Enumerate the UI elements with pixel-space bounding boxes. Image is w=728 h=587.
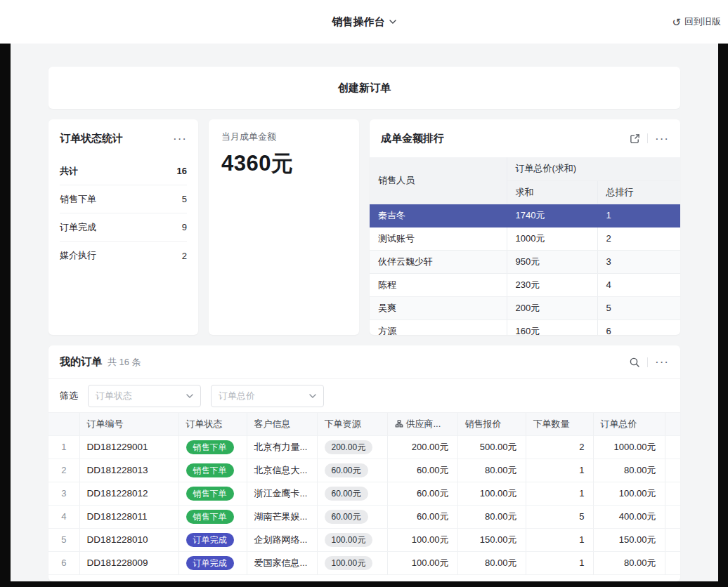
ranking-row[interactable]: 吴爽 200元 5 — [370, 296, 680, 319]
status-badge: 订单完成 — [186, 533, 234, 547]
table-row[interactable]: 1 DD181229001 销售下单 北京有力量... 200.00元 200.… — [48, 435, 680, 459]
divider — [647, 357, 648, 367]
rank-sum: 950元 — [507, 250, 597, 273]
ranking-row[interactable]: 测试账号 1000元 2 — [370, 227, 680, 250]
divider — [647, 133, 648, 143]
status-value: 16 — [177, 166, 187, 176]
ranking-row[interactable]: 秦吉冬 1740元 1 — [370, 204, 680, 227]
status-row[interactable]: 订单完成 9 — [60, 213, 187, 242]
customer-cell: 爱国家信息... — [247, 551, 317, 574]
col-total: 订单总价 — [593, 413, 665, 435]
status-value: 2 — [182, 251, 187, 261]
order-no-cell: DD181228011 — [79, 505, 178, 528]
col-quote: 销售报价 — [457, 413, 526, 435]
rank-rank: 6 — [597, 319, 680, 335]
filter-order-total-value: 订单总价 — [219, 390, 255, 402]
ranking-table: 销售人员 订单总价(求和) 求和 总排行 秦吉冬 1740元 — [370, 157, 680, 335]
quote-cell: 100.00元 — [457, 482, 526, 505]
more-menu-icon[interactable]: ··· — [655, 133, 669, 145]
rollback-icon: ↺ — [672, 17, 681, 27]
row-index: 1 — [48, 435, 79, 459]
rank-sum: 230元 — [507, 273, 597, 296]
stub-cell — [665, 459, 680, 482]
more-menu-icon[interactable]: ··· — [655, 356, 669, 368]
ranking-card: 成单金额排行 ··· 销售人员 订单总价(求和) — [370, 119, 680, 335]
order-no-cell: DD181228013 — [79, 459, 178, 482]
qty-cell: 1 — [526, 482, 593, 505]
ranking-col-sum: 求和 — [507, 180, 597, 204]
ranking-col-rank: 总排行 — [597, 180, 680, 204]
table-row[interactable]: 6 DD181228009 订单完成 爱国家信息... 100.00元 100.… — [48, 551, 680, 574]
filter-bar: 筛选 订单状态 订单总价 — [48, 379, 680, 413]
status-badge: 订单完成 — [186, 556, 234, 570]
status-value: 9 — [182, 222, 187, 232]
quote-cell: 80.00元 — [457, 551, 526, 574]
filter-label: 筛选 — [60, 390, 78, 402]
export-icon[interactable] — [630, 133, 640, 144]
customer-cell: 湖南芒果娱... — [247, 505, 317, 528]
filter-order-total-select[interactable]: 订单总价 — [211, 385, 324, 407]
status-row-total[interactable]: 共计 16 — [60, 157, 187, 185]
rank-sum: 1740元 — [507, 204, 597, 227]
stub-cell — [665, 528, 680, 551]
supplier-cell: 60.00元 — [387, 482, 457, 505]
status-label: 媒介执行 — [60, 249, 96, 262]
status-row[interactable]: 媒介执行 2 — [60, 242, 187, 270]
rank-rank: 5 — [597, 296, 680, 319]
app-title-dropdown[interactable]: 销售操作台 — [332, 15, 396, 29]
col-order-status: 订单状态 — [178, 413, 247, 435]
filter-order-status-value: 订单状态 — [96, 390, 132, 402]
total-cell: 80.00元 — [593, 459, 665, 482]
supplier-cell: 60.00元 — [387, 459, 457, 482]
status-label: 订单完成 — [60, 221, 96, 234]
supplier-cell: 60.00元 — [387, 505, 457, 528]
status-row[interactable]: 销售下单 5 — [60, 185, 187, 213]
col-qty: 下单数量 — [526, 413, 593, 435]
orders-table: 订单编号 订单状态 客户信息 下单资源 供应商... 销售报价 — [48, 413, 680, 575]
back-to-old-version-button[interactable]: ↺ 回到旧版 — [672, 0, 721, 44]
ranking-row[interactable]: 伙伴云魏少轩 950元 3 — [370, 250, 680, 273]
monthly-amount-value: 4360元 — [221, 149, 346, 178]
table-row[interactable]: 3 DD181228012 销售下单 浙江金鹰卡... 60.00元 60.00… — [48, 482, 680, 505]
col-customer: 客户信息 — [247, 413, 317, 435]
rank-person: 伙伴云魏少轩 — [370, 250, 507, 273]
ranking-row[interactable]: 方源 160元 6 — [370, 319, 680, 335]
row-index: 4 — [48, 505, 79, 528]
table-row[interactable]: 4 DD181228011 销售下单 湖南芒果娱... 60.00元 60.00… — [48, 505, 680, 528]
order-no-cell: DD181229001 — [79, 435, 178, 459]
resource-badge: 200.00元 — [325, 440, 373, 454]
col-stub — [665, 413, 680, 435]
hierarchy-icon — [395, 420, 403, 428]
col-supplier: 供应商... — [387, 413, 457, 435]
row-index: 2 — [48, 459, 79, 482]
create-new-order-button[interactable]: 创建新订单 — [48, 67, 680, 109]
filter-order-status-select[interactable]: 订单状态 — [88, 385, 201, 407]
resource-badge: 60.00元 — [325, 510, 368, 524]
quote-cell: 80.00元 — [457, 459, 526, 482]
quote-cell: 80.00元 — [457, 505, 526, 528]
create-new-order-label: 创建新订单 — [338, 81, 391, 95]
rank-sum: 1000元 — [507, 227, 597, 250]
ranking-row[interactable]: 陈程 230元 4 — [370, 273, 680, 296]
my-orders-title: 我的订单 — [60, 355, 102, 369]
table-row[interactable]: 2 DD181228013 销售下单 北京信息大... 60.00元 60.00… — [48, 459, 680, 482]
rank-rank: 2 — [597, 227, 680, 250]
customer-cell: 北京信息大... — [247, 459, 317, 482]
quote-cell: 150.00元 — [457, 528, 526, 551]
chevron-down-icon — [309, 394, 316, 398]
row-index: 3 — [48, 482, 79, 505]
rank-sum: 200元 — [507, 296, 597, 319]
table-row[interactable]: 5 DD181228010 订单完成 企划路网络... 100.00元 100.… — [48, 528, 680, 551]
search-icon[interactable] — [629, 357, 640, 368]
status-label: 共计 — [60, 165, 78, 178]
qty-cell: 1 — [526, 459, 593, 482]
resource-badge: 60.00元 — [325, 463, 368, 477]
stub-cell — [665, 551, 680, 574]
total-cell: 1000.00元 — [593, 435, 665, 459]
stub-cell — [665, 482, 680, 505]
dashboard-body: 创建新订单 订单状态统计 ··· 共计 16 销售下单 — [11, 44, 718, 581]
stub-cell — [665, 505, 680, 528]
page-title: 销售操作台 — [332, 15, 385, 29]
my-orders-count: 共 16 条 — [108, 356, 141, 369]
more-menu-icon[interactable]: ··· — [173, 133, 187, 145]
